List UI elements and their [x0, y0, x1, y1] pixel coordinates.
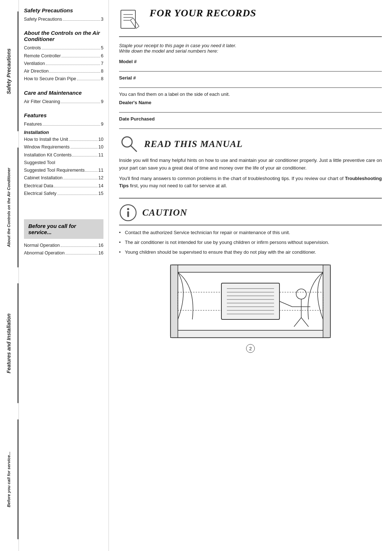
read-body: Inside you will find many helpful hints … [119, 157, 382, 190]
toc-section-safety: Safety Precautions Safety Precautions 3 [24, 7, 103, 23]
caution-list: Contact the authorized Service technicia… [119, 229, 382, 256]
toc-item: Features 9 [24, 121, 103, 128]
caution-header: CAUTION [119, 204, 382, 225]
read-para2: You'll find many answers to common probl… [119, 175, 382, 190]
main-content: FOR YOUR RECORDS Staple your receipt to … [109, 0, 392, 551]
toc-item: Normal Operation 16 [24, 242, 103, 249]
toc-section-care: Care and Maintenance Air Filter Cleaning… [24, 90, 103, 106]
caution-title: CAUTION [142, 207, 187, 218]
toc-item: Installation Kit Contents 11 [24, 151, 103, 159]
serial-field: Serial # [119, 75, 382, 88]
toc-item: How to Secure Drain Pipe 8 [24, 75, 103, 83]
magnifier-icon [119, 134, 139, 154]
caution-icon [119, 204, 137, 222]
svg-point-9 [127, 208, 129, 210]
records-body-text: Staple your receipt to this page in case… [119, 43, 382, 54]
records-icon [119, 7, 144, 33]
sidebar-tab-features: Features and Installation [0, 283, 19, 403]
records-body: Staple your receipt to this page in case… [119, 43, 382, 129]
svg-rect-16 [323, 265, 330, 338]
read-title: READ THIS MANUAL [144, 139, 243, 150]
toc-item: Cabinet Installation 12 [24, 174, 103, 182]
toc-title-features: Features [24, 112, 103, 118]
svg-rect-15 [171, 265, 178, 338]
caution-section: CAUTION Contact the authorized Service t… [119, 204, 382, 256]
toc-item: Window Requirements 10 [24, 143, 103, 151]
svg-point-26 [296, 289, 306, 299]
caution-item-2: The air conditioner is not intended for … [119, 239, 382, 246]
date-field: Date Purchased [119, 116, 382, 129]
model-underline [119, 65, 382, 72]
sidebar: Safety Precautions About the Controls on… [0, 0, 19, 551]
page-number: 2 [246, 344, 255, 353]
find-label-text: You can find them on a label on the side… [119, 91, 382, 97]
serial-underline [119, 81, 382, 88]
toc-item: Electrical Data 14 [24, 182, 103, 190]
read-section: READ THIS MANUAL Inside you will find ma… [119, 134, 382, 199]
toc-item: Safety Precautions 3 [24, 16, 103, 23]
toc-item: Air Filter Cleaning 9 [24, 98, 103, 106]
toc-item: Electrical Safety 15 [24, 190, 103, 197]
caution-item-1: Contact the authorized Service technicia… [119, 229, 382, 237]
sidebar-tab-safety: Safety Precautions [0, 12, 19, 131]
toc-title-safety: Safety Precautions [24, 7, 103, 13]
toc-panel: Safety Precautions Safety Precautions 3 … [19, 0, 109, 551]
toc-title-care: Care and Maintenance [24, 90, 103, 96]
toc-item: Remote Controller 6 [24, 52, 103, 60]
svg-line-7 [131, 146, 136, 151]
before-service-title: Before you call for service... [28, 223, 99, 235]
read-header: READ THIS MANUAL [119, 134, 382, 154]
records-header-text: FOR YOUR RECORDS [150, 7, 256, 19]
page-number-container: 2 [119, 344, 382, 353]
serial-label: Serial # [119, 75, 382, 81]
toc-item: Controls 5 [24, 44, 103, 52]
toc-section-features: Features Features 9 Installation How to … [24, 112, 103, 197]
installation-illustration [167, 261, 334, 341]
svg-rect-32 [178, 292, 221, 310]
sidebar-tab-service: Before you call for service... [0, 420, 19, 539]
records-title: FOR YOUR RECORDS [150, 7, 256, 19]
date-underline [119, 122, 382, 129]
dealer-label: Dealer's Name [119, 100, 382, 105]
page-container: Safety Precautions About the Controls on… [0, 0, 392, 551]
toc-item: Suggested Tool Requirements 11 [24, 167, 103, 174]
pencil-icon [119, 7, 144, 33]
toc-item: Abnormal Operation 16 [24, 249, 103, 257]
search-icon [119, 134, 139, 154]
date-label: Date Purchased [119, 116, 382, 122]
toc-item: Air Direction 8 [24, 68, 103, 75]
model-field: Model # [119, 59, 382, 72]
toc-title-controls: About the Controls on the Air Conditione… [24, 30, 103, 42]
read-para1: Inside you will find many helpful hints … [119, 157, 382, 172]
dealer-underline [119, 106, 382, 113]
toc-item: Ventilation 7 [24, 60, 103, 68]
toc-section-controls: About the Controls on the Air Conditione… [24, 30, 103, 83]
dealer-field: Dealer's Name [119, 100, 382, 113]
toc-subsection-installation: Installation [24, 130, 103, 135]
toc-item: How to Install the Unit 10 [24, 136, 103, 143]
sidebar-tab-controls: About the Controls on the Air Conditione… [0, 148, 19, 268]
svg-rect-14 [171, 330, 330, 338]
illustration [119, 261, 382, 341]
svg-line-31 [279, 301, 292, 307]
records-section: FOR YOUR RECORDS [119, 7, 382, 37]
toc-item: Suggested Tool [24, 159, 103, 167]
svg-rect-13 [171, 265, 330, 272]
svg-line-30 [301, 318, 309, 327]
before-service-box: Before you call for service... [24, 219, 103, 239]
exclamation-icon [119, 204, 137, 221]
svg-rect-10 [127, 211, 129, 217]
caution-item-3: Young children should be supervised to e… [119, 249, 382, 256]
svg-rect-0 [121, 10, 135, 28]
svg-line-29 [294, 318, 301, 327]
model-label: Model # [119, 59, 382, 64]
